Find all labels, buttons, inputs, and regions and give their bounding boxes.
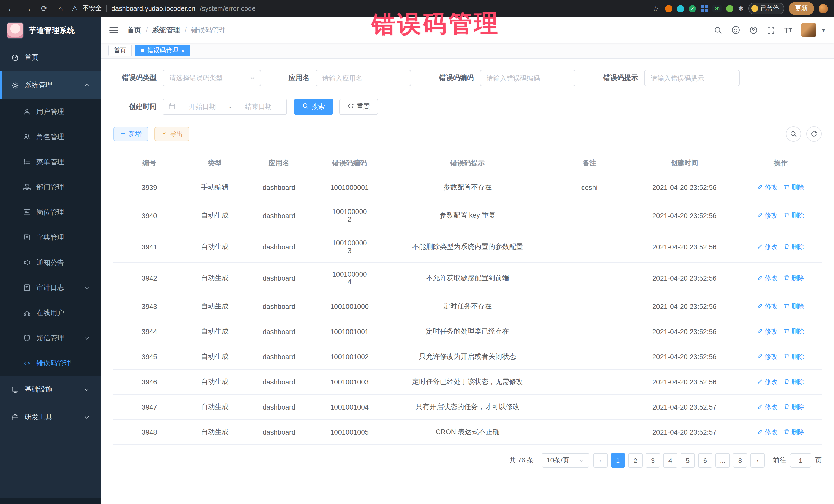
page-button-2[interactable]: 2	[628, 453, 642, 467]
browser-reload-icon[interactable]: ⟳	[39, 4, 49, 13]
edit-link[interactable]: 修改	[757, 242, 777, 251]
delete-link[interactable]: 删除	[784, 403, 804, 411]
export-button[interactable]: 导出	[154, 127, 190, 141]
edit-link[interactable]: 修改	[757, 211, 777, 220]
sidebar-item-dictionary[interactable]: 字典管理	[0, 225, 101, 250]
delete-link[interactable]: 删除	[784, 428, 804, 437]
sidebar-item-roles[interactable]: 角色管理	[0, 124, 101, 149]
tab-home[interactable]: 首页	[108, 45, 132, 57]
extension-icon[interactable]	[726, 5, 733, 12]
browser-profile-avatar[interactable]	[819, 4, 828, 13]
extensions-puzzle-icon[interactable]: ✱	[738, 5, 744, 12]
github-icon[interactable]	[731, 26, 740, 35]
edit-link[interactable]: 修改	[757, 403, 777, 411]
edit-link[interactable]: 修改	[757, 183, 777, 192]
error-type-select[interactable]: 请选择错误码类型	[163, 70, 261, 86]
delete-link[interactable]: 删除	[784, 242, 804, 251]
page-button-8[interactable]: 8	[733, 453, 747, 467]
delete-link[interactable]: 删除	[784, 183, 804, 192]
date-range-picker[interactable]: 开始日期 - 结束日期	[163, 98, 287, 115]
sidebar-item-infrastructure[interactable]: 基础设施	[0, 376, 101, 403]
edit-link[interactable]: 修改	[757, 428, 777, 437]
breadcrumb-home[interactable]: 首页	[127, 25, 141, 35]
delete-link[interactable]: 删除	[784, 377, 804, 386]
extension-icon[interactable]	[701, 5, 708, 12]
sidebar-item-sms[interactable]: 短信管理	[0, 325, 101, 351]
sidebar-item-devtools[interactable]: 研发工具	[0, 403, 101, 431]
sidebar-item-menus[interactable]: 菜单管理	[0, 149, 101, 175]
app-name-input[interactable]	[316, 70, 411, 86]
more-pages-button[interactable]: ...	[716, 453, 730, 467]
app-title: 芋道管理系统	[29, 25, 75, 35]
dictionary-book-icon	[23, 234, 31, 241]
sidebar-collapse-bar[interactable]	[0, 498, 101, 504]
settings-gear-icon	[11, 81, 19, 89]
sidebar-item-system[interactable]: 系统管理	[0, 71, 101, 99]
sidebar-item-announcements[interactable]: 通知公告	[0, 250, 101, 275]
sidebar-item-home[interactable]: 首页	[0, 44, 101, 71]
browser-update-button[interactable]: 更新	[789, 2, 814, 15]
fullscreen-icon[interactable]	[767, 26, 775, 34]
extension-icon[interactable]: on	[712, 5, 722, 12]
browser-forward-icon[interactable]: →	[23, 4, 33, 13]
delete-link[interactable]: 删除	[784, 274, 804, 283]
prev-page-button[interactable]: ‹	[593, 453, 608, 467]
extension-icon[interactable]	[665, 5, 672, 12]
show-search-toggle-button[interactable]	[786, 126, 801, 141]
next-page-button[interactable]: ›	[750, 453, 765, 467]
help-question-icon[interactable]	[749, 26, 758, 34]
edit-link[interactable]: 修改	[757, 274, 777, 283]
page-button-4[interactable]: 4	[663, 453, 678, 467]
dashboard-icon	[11, 53, 19, 61]
bookmark-star-icon[interactable]: ☆	[653, 4, 659, 13]
breadcrumb-system[interactable]: 系统管理	[152, 25, 180, 35]
edit-link[interactable]: 修改	[757, 377, 777, 386]
sidebar-item-audit-log[interactable]: 审计日志	[0, 275, 101, 300]
edit-link[interactable]: 修改	[757, 352, 777, 361]
search-icon[interactable]	[714, 26, 722, 34]
sidebar-toggle-icon[interactable]	[109, 27, 118, 34]
add-button[interactable]: 新增	[113, 127, 148, 141]
refresh-table-button[interactable]	[806, 126, 822, 141]
extension-icon[interactable]	[677, 5, 684, 12]
search-button[interactable]: 搜索	[294, 98, 333, 115]
delete-link[interactable]: 删除	[784, 327, 804, 336]
edit-link[interactable]: 修改	[757, 302, 777, 311]
browser-back-icon[interactable]: ←	[6, 4, 17, 13]
error-hint-input[interactable]	[644, 70, 740, 86]
delete-link[interactable]: 删除	[784, 352, 804, 361]
font-size-icon[interactable]: TT	[784, 26, 792, 35]
tab-error-code[interactable]: 错误码管理 ×	[135, 45, 191, 57]
address-bar[interactable]: ⚠ 不安全 dashboard.yudao.iocoder.cn/system/…	[72, 4, 659, 13]
goto-page-input[interactable]	[790, 453, 811, 467]
edit-pencil-icon	[757, 212, 763, 219]
delete-link[interactable]: 删除	[784, 302, 804, 311]
paused-badge[interactable]: 已暂停	[748, 3, 784, 14]
chevron-down-icon	[579, 458, 585, 463]
error-code-input[interactable]	[480, 70, 575, 86]
url-path: /system/error-code	[200, 5, 256, 12]
pagination: 共 76 条 10条/页 ‹123456...8› 前往 页	[113, 453, 822, 473]
sidebar-logo[interactable]: 芋道管理系统	[0, 17, 101, 44]
security-label: 不安全	[82, 4, 102, 13]
page-button-5[interactable]: 5	[681, 453, 695, 467]
page-size-select[interactable]: 10条/页	[542, 453, 589, 467]
edit-link[interactable]: 修改	[757, 327, 777, 336]
reset-button[interactable]: 重置	[339, 98, 378, 115]
sidebar-item-posts[interactable]: 岗位管理	[0, 200, 101, 225]
extensions-row: ✓ on ✱ 已暂停 更新	[665, 2, 828, 15]
page-button-1[interactable]: 1	[611, 453, 625, 467]
browser-home-icon[interactable]: ⌂	[56, 4, 66, 13]
close-tab-icon[interactable]: ×	[181, 47, 185, 53]
page-button-3[interactable]: 3	[646, 453, 660, 467]
sidebar-item-error-code[interactable]: 错误码管理	[0, 351, 101, 376]
delete-link[interactable]: 删除	[784, 211, 804, 220]
user-avatar[interactable]	[801, 23, 816, 38]
sidebar-menu: 首页系统管理用户管理角色管理菜单管理部门管理岗位管理字典管理通知公告审计日志在线…	[0, 44, 101, 498]
chevron-down-icon[interactable]: ▼	[821, 27, 826, 32]
sidebar-item-departments[interactable]: 部门管理	[0, 175, 101, 200]
sidebar-item-users[interactable]: 用户管理	[0, 99, 101, 124]
sidebar-item-online-users[interactable]: 在线用户	[0, 300, 101, 325]
page-button-6[interactable]: 6	[698, 453, 712, 467]
extension-icon[interactable]: ✓	[689, 5, 696, 12]
